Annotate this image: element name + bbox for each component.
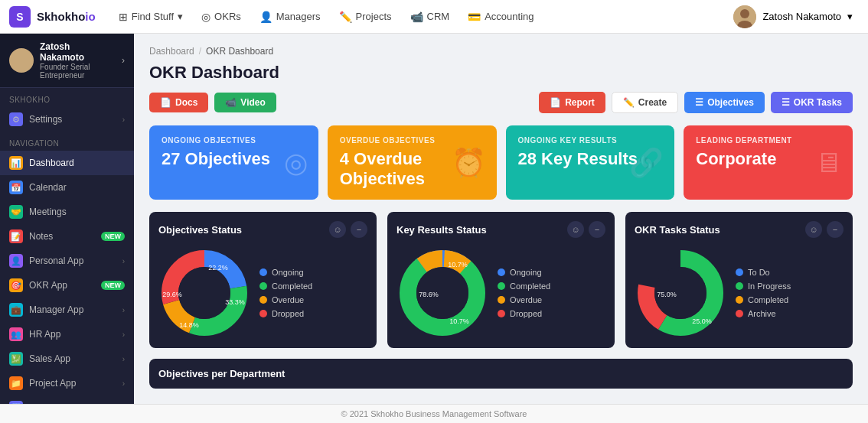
hr-app-label: HR App [29, 329, 116, 340]
legend-item-kr-completed: Completed [498, 281, 550, 291]
chart-settings-btn-okrtasks[interactable]: ☺ [805, 221, 822, 238]
app-title: Skhokhoio [37, 10, 96, 23]
key-results-icon: 🔗 [629, 147, 664, 179]
sidebar-item-accounting-app[interactable]: 🧾 Accounting App › [0, 395, 134, 404]
sidebar-user-role: Founder Serial Entrepreneur [40, 63, 116, 80]
legend-dot-inprogress [736, 282, 743, 290]
stat-card-label-dept: LEADING DEPARTMENT [696, 136, 840, 145]
legend-item-kr-ongoing: Ongoing [498, 268, 550, 277]
nav-items: ⊞ Find Stuff ▾ ◎ OKRs 👤 Managers ✏️ Proj… [111, 7, 713, 27]
settings-label: Settings [29, 114, 116, 125]
legend-dot-todo [736, 268, 743, 276]
chart-body-okrtasks: 75.0% 25.0% To Do In Progress [635, 247, 844, 339]
project-chevron-icon: › [122, 379, 125, 388]
sidebar-item-notes[interactable]: 📝 Notes NEW [0, 224, 134, 249]
accounting-nav-icon: 💳 [468, 11, 481, 23]
breadcrumb-separator: / [199, 46, 201, 57]
sidebar-item-calendar[interactable]: 📅 Calendar [0, 175, 134, 200]
docs-button[interactable]: 📄 Docs [149, 93, 208, 112]
projects-icon: ✏️ [339, 11, 352, 23]
svg-text:10.7%: 10.7% [449, 317, 469, 325]
top-navigation: S Skhokhoio ⊞ Find Stuff ▾ ◎ OKRs 👤 Mana… [0, 0, 868, 34]
legend-label-completed: Completed [272, 281, 312, 291]
dashboard-icon: 📊 [9, 156, 23, 170]
okr-icon: 🎯 [9, 278, 23, 292]
sidebar-item-manager-app[interactable]: 💼 Manager App › [0, 298, 134, 322]
sidebar-nav-label: Navigation [0, 132, 134, 151]
chevron-down-icon: ▾ [178, 11, 183, 22]
app-logo[interactable]: S Skhokhoio [9, 6, 96, 28]
personal-app-label: Personal App [29, 255, 116, 266]
sidebar-item-settings[interactable]: ⚙ Settings › [0, 107, 134, 132]
legend-item-kr-overdue: Overdue [498, 295, 550, 304]
nav-managers[interactable]: 👤 Managers [252, 7, 328, 27]
nav-projects[interactable]: ✏️ Projects [331, 7, 400, 27]
legend-dot-dropped [259, 310, 267, 317]
calendar-icon: 📅 [9, 181, 23, 194]
nav-accounting[interactable]: 💳 Accounting [460, 7, 541, 27]
user-menu[interactable]: Zatosh Nakamoto ▾ [727, 2, 859, 31]
accounting-app-label: Accounting App [29, 402, 116, 404]
svg-text:75.0%: 75.0% [657, 291, 677, 298]
footer: © 2021 Skhokho Business Management Softw… [0, 404, 868, 423]
settings-icon: ⚙ [9, 112, 23, 126]
key-results-status-chart: Key Results Status ☺ − [387, 212, 615, 348]
nav-okrs[interactable]: ◎ OKRs [194, 7, 249, 27]
svg-text:10.7%: 10.7% [448, 261, 468, 268]
sidebar-item-project-app[interactable]: 📁 Project App › [0, 371, 134, 395]
settings-chevron-icon: › [122, 116, 125, 124]
sidebar-item-okr-app[interactable]: 🎯 OKR App NEW [0, 273, 134, 298]
sidebar-item-dashboard[interactable]: 📊 Dashboard [0, 151, 134, 175]
main-layout: Zatosh Nakamoto Founder Serial Entrepren… [0, 34, 868, 404]
sidebar-item-sales-app[interactable]: 💹 Sales App › [0, 347, 134, 371]
chart-minus-btn-objectives[interactable]: − [351, 221, 367, 238]
docs-icon: 📄 [160, 97, 171, 108]
user-avatar [733, 5, 756, 28]
meetings-icon: 🤝 [9, 205, 23, 219]
svg-text:25.0%: 25.0% [692, 317, 712, 325]
sidebar-item-meetings[interactable]: 🤝 Meetings [0, 200, 134, 224]
action-bar: 📄 Docs 📹 Video 📄 Report ✏️ Cr [149, 92, 853, 113]
project-app-label: Project App [29, 378, 116, 389]
svg-text:29.6%: 29.6% [162, 291, 182, 298]
svg-text:14.8%: 14.8% [179, 321, 199, 329]
objectives-button[interactable]: ☰ Objectives [684, 92, 765, 113]
accounting-chevron-icon: › [122, 404, 125, 405]
chart-minus-btn-keyresults[interactable]: − [589, 221, 605, 238]
nav-find-stuff[interactable]: ⊞ Find Stuff ▾ [111, 7, 191, 27]
legend-item-task-completed: Completed [736, 295, 791, 304]
legend-dot-kr-completed [498, 282, 505, 290]
nav-crm[interactable]: 📹 CRM [403, 7, 458, 27]
chart-settings-btn-keyresults[interactable]: ☺ [567, 221, 584, 238]
grid-icon: ⊞ [119, 11, 128, 23]
notes-label: Notes [29, 231, 95, 242]
okr-app-label: OKR App [29, 280, 95, 291]
sales-chevron-icon: › [122, 355, 125, 363]
chart-title-objectives: Objectives Status [158, 224, 242, 236]
legend-dot-overdue [259, 296, 267, 304]
stat-card-key-results: ONGOING KEY RESULTS 28 Key Results 🔗 [506, 125, 675, 200]
chart-minus-btn-okrtasks[interactable]: − [827, 221, 844, 238]
legend-label-archive: Archive [748, 309, 776, 318]
legend-dot-kr-overdue [498, 296, 505, 304]
sidebar-user[interactable]: Zatosh Nakamoto Founder Serial Entrepren… [0, 34, 134, 88]
donut-chart-keyresults: 10.7% 10.7% 78.6% [396, 247, 488, 339]
sales-icon: 💹 [9, 352, 23, 366]
hr-chevron-icon: › [122, 330, 125, 339]
chart-body-objectives: 22.2% 33.3% 14.8% 29.6% Ongoing [158, 247, 367, 339]
create-button[interactable]: ✏️ Create [612, 92, 678, 113]
okr-tasks-button[interactable]: ☰ OKR Tasks [771, 92, 853, 113]
sidebar-item-hr-app[interactable]: 👥 HR App › [0, 322, 134, 347]
objectives-by-dept-section: Objectives per Department [149, 359, 853, 389]
svg-text:22.2%: 22.2% [208, 264, 228, 272]
chart-header-okrtasks: OKR Tasks Status ☺ − [635, 221, 844, 238]
sidebar-item-personal-app[interactable]: 👤 Personal App › [0, 249, 134, 273]
accounting-icon: 🧾 [9, 401, 23, 404]
stat-card-label-overdue: OVERDUE OBJECTIVES [340, 136, 485, 145]
legend-item-todo: To Do [736, 268, 791, 277]
legend-dot-archive [736, 310, 743, 317]
video-button[interactable]: 📹 Video [214, 93, 276, 112]
legend-dot-ongoing [259, 268, 267, 276]
report-button[interactable]: 📄 Report [539, 92, 605, 113]
chart-settings-btn-objectives[interactable]: ☺ [329, 221, 346, 238]
